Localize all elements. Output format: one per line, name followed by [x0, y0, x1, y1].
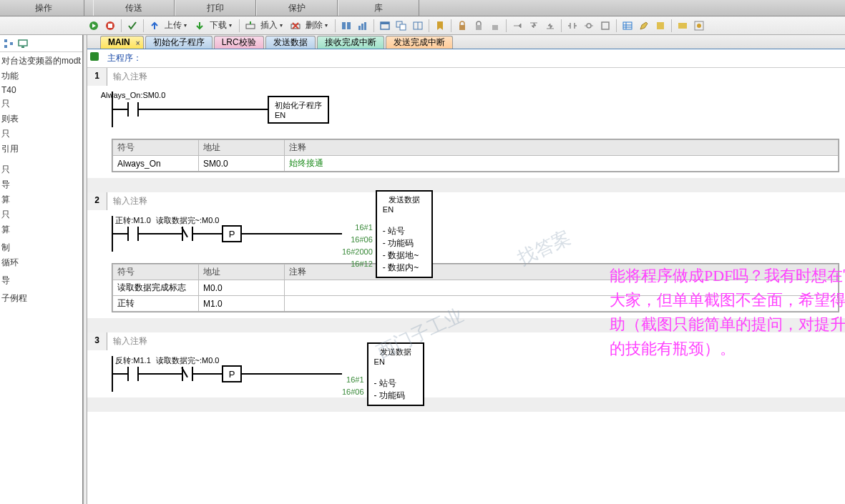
menu-operate[interactable]: 操作	[3, 0, 84, 16]
tool3-icon[interactable]	[691, 18, 707, 34]
table-icon[interactable]	[620, 18, 635, 34]
user-annotation: 能将程序做成PDF吗？我有时想在官网请教大家，但单单截图不全面，希望得到大家帮助…	[610, 264, 845, 361]
download-dropdown[interactable]: ▾	[229, 22, 236, 29]
monitor-icon[interactable]	[17, 38, 29, 49]
bookmark-icon[interactable]	[432, 18, 448, 34]
svg-rect-3	[246, 24, 255, 29]
sidebar-item[interactable]: 只	[1, 162, 81, 177]
lock1-icon[interactable]	[454, 18, 470, 34]
download-icon[interactable]	[192, 18, 207, 34]
sidebar-item[interactable]: 算	[1, 222, 81, 237]
run-icon[interactable]	[86, 18, 102, 34]
sidebar-item[interactable]: 对台达变频器的modbu	[1, 54, 81, 69]
hex-value: 16#1	[342, 223, 376, 235]
delete-icon[interactable]	[288, 18, 303, 34]
sidebar-item[interactable]: 则表	[1, 112, 81, 127]
program-tab[interactable]: MAIN×	[100, 36, 144, 49]
delete-label[interactable]: 删除	[304, 19, 324, 31]
svg-rect-31	[10, 42, 13, 45]
box-icon[interactable]	[597, 18, 613, 34]
network-number: 1	[87, 68, 107, 86]
menu-transfer[interactable]: 传送	[93, 0, 175, 16]
svg-rect-6	[347, 22, 351, 29]
branch-down-icon[interactable]	[526, 18, 542, 34]
svg-rect-7	[358, 26, 361, 30]
symbol-table: 符号地址注释Always_OnSM0.0始终接通	[112, 139, 839, 172]
sidebar-item[interactable]: 制	[1, 240, 81, 255]
contact[interactable]: 读取数据完~:M0.0	[182, 227, 193, 241]
window1-icon[interactable]	[377, 18, 393, 34]
window2-icon[interactable]	[394, 18, 409, 34]
contact-icon[interactable]	[565, 18, 580, 34]
svg-rect-25	[657, 22, 664, 29]
svg-point-19	[587, 24, 591, 28]
svg-rect-2	[108, 24, 112, 28]
insert-label[interactable]: 插入	[259, 19, 279, 31]
insert-icon[interactable]	[243, 18, 258, 34]
function-box[interactable]: 初始化子程序EN	[268, 96, 329, 124]
program-tab[interactable]: 发送数据	[265, 36, 316, 49]
menu-protect[interactable]: 保护	[256, 0, 338, 16]
svg-rect-5	[342, 22, 346, 29]
branch-up-icon[interactable]	[542, 18, 558, 34]
sidebar-item[interactable]: 算	[1, 192, 81, 207]
hex-value: 16#06	[342, 387, 367, 400]
block-icon[interactable]	[338, 18, 354, 34]
compile-icon[interactable]	[124, 18, 140, 34]
pulse-box[interactable]: P	[222, 365, 242, 382]
menu-library[interactable]: 库	[338, 0, 419, 16]
close-icon[interactable]: ×	[136, 38, 140, 49]
table-row[interactable]: Always_OnSM0.0始终接通	[113, 156, 839, 172]
sidebar-item[interactable]: 导	[1, 177, 81, 192]
sidebar: 对台达变频器的modbu功能T40只则表只引用只导算只算制循环导子例程	[0, 35, 83, 504]
stop-icon[interactable]	[102, 18, 118, 34]
edit-icon[interactable]	[636, 18, 652, 34]
network-number: 2	[87, 192, 107, 210]
editor-area: MAIN×初始化子程序LRC校验发送数据接收完成中断发送完成中断 主程序： 1 …	[87, 35, 845, 504]
program-tab[interactable]: 发送完成中断	[386, 36, 453, 49]
program-body: 主程序： 1 输入注释Always_On:SM0.0初始化子程序EN符号地址注释…	[87, 49, 845, 504]
upload-icon[interactable]	[147, 18, 162, 34]
contact[interactable]: Always_On:SM0.0	[127, 102, 139, 117]
pulse-box[interactable]: P	[222, 225, 242, 242]
delete-dropdown[interactable]: ▾	[325, 22, 332, 29]
network-comment[interactable]: 输入注释	[107, 68, 845, 86]
tree-icon[interactable]	[3, 38, 14, 49]
contact[interactable]: 读取数据完~:M0.0	[182, 367, 193, 381]
sidebar-item[interactable]: T40	[1, 84, 81, 97]
window3-icon[interactable]	[410, 18, 426, 34]
program-tab[interactable]: 接收完成中断	[317, 36, 384, 49]
upload-dropdown[interactable]: ▾	[184, 22, 191, 29]
menu-print[interactable]: 打印	[175, 0, 256, 16]
sidebar-item[interactable]: 只	[1, 97, 81, 112]
network-comment[interactable]: 输入注释	[107, 192, 845, 210]
download-label[interactable]: 下载	[208, 19, 228, 31]
svg-rect-18	[492, 25, 498, 30]
lock3-icon[interactable]	[487, 18, 503, 34]
upload-label[interactable]: 上传	[163, 19, 183, 31]
sidebar-item[interactable]: 功能	[1, 69, 81, 84]
program-tab[interactable]: LRC校验	[214, 36, 264, 49]
sidebar-item[interactable]: 引用	[1, 142, 81, 157]
lock2-icon[interactable]	[471, 18, 487, 34]
tool1-icon[interactable]	[653, 18, 668, 34]
coil-icon[interactable]	[581, 18, 597, 34]
svg-rect-13	[400, 24, 406, 30]
contact[interactable]: 正转:M1.0	[127, 227, 139, 241]
chart-icon[interactable]	[355, 18, 371, 34]
branch-right-icon[interactable]	[509, 18, 525, 34]
network: 1 输入注释Always_On:SM0.0初始化子程序EN符号地址注释Alway…	[87, 68, 845, 192]
sidebar-item[interactable]: 循环	[1, 255, 81, 270]
insert-dropdown[interactable]: ▾	[280, 22, 287, 29]
tool2-icon[interactable]	[675, 18, 690, 34]
contact[interactable]: 反转:M1.1	[127, 367, 139, 381]
ladder-body[interactable]: 正转:M1.0读取数据完~:M0.0P16#116#0616#200016#12…	[87, 210, 845, 257]
sidebar-item[interactable]: 子例程	[1, 291, 81, 306]
function-box[interactable]: 发送数据EN- 站号- 功能码- 数据地~- 数据内~	[376, 190, 433, 278]
function-box[interactable]: 发送数据EN- 站号- 功能码	[367, 342, 424, 406]
program-tab[interactable]: 初始化子程序	[145, 36, 213, 49]
sidebar-item[interactable]: 导	[1, 273, 81, 288]
ladder-body[interactable]: Always_On:SM0.0初始化子程序EN	[87, 86, 845, 133]
sidebar-item[interactable]: 只	[1, 207, 81, 222]
sidebar-item[interactable]: 只	[1, 127, 81, 142]
